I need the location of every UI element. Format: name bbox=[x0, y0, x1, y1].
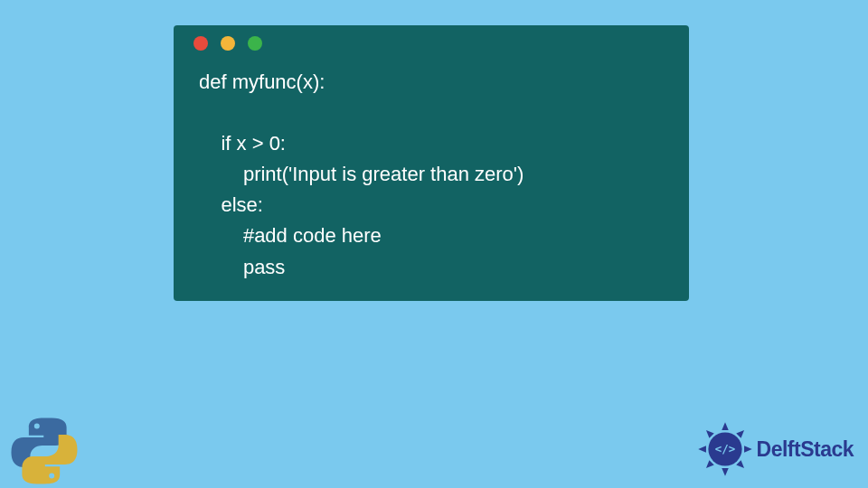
minimize-icon bbox=[221, 36, 235, 51]
code-window: def myfunc(x): if x > 0: print('Input is… bbox=[174, 25, 689, 301]
code-line: pass bbox=[199, 256, 285, 278]
code-line: if x > 0: bbox=[199, 132, 286, 155]
code-line: def myfunc(x): bbox=[199, 70, 325, 93]
code-line: print('Input is greater than zero') bbox=[199, 163, 524, 185]
window-titlebar bbox=[174, 25, 689, 61]
code-line: #add code here bbox=[199, 224, 382, 247]
code-block: def myfunc(x): if x > 0: print('Input is… bbox=[174, 61, 689, 283]
brand-logo: </> DelftStack bbox=[697, 421, 854, 477]
python-logo-icon bbox=[7, 414, 81, 488]
brand-badge-icon: </> bbox=[697, 421, 753, 477]
code-line: else: bbox=[199, 193, 263, 216]
maximize-icon bbox=[248, 36, 262, 51]
svg-text:</>: </> bbox=[714, 442, 734, 455]
close-icon bbox=[193, 36, 208, 51]
brand-name: DelftStack bbox=[757, 437, 854, 462]
